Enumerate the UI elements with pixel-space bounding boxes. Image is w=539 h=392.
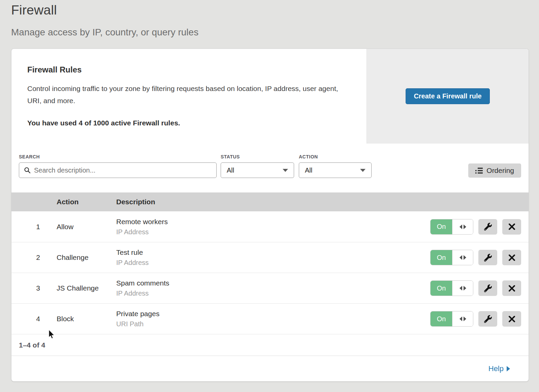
triangle-left-icon: [459, 316, 462, 321]
card-header-text: Firewall Rules Control incoming traffic …: [11, 49, 367, 144]
chevron-down-icon: [283, 169, 288, 172]
wrench-icon: [484, 254, 492, 262]
rule-enabled-toggle[interactable]: On: [430, 311, 473, 327]
toggle-handle[interactable]: [452, 311, 473, 326]
column-description: Description: [116, 198, 521, 206]
rule-action: Challenge: [57, 253, 116, 262]
arrow-right-icon: [507, 366, 510, 371]
list-ordering-icon: [475, 168, 483, 174]
rule-priority: 3: [11, 284, 57, 292]
rule-priority: 1: [11, 223, 57, 231]
create-firewall-rule-button[interactable]: Create a Firewall rule: [406, 88, 489, 104]
wrench-icon: [484, 315, 492, 323]
card-description: Control incoming traffic to your zone by…: [27, 83, 346, 107]
action-selected-value: All: [305, 167, 312, 174]
edit-rule-button[interactable]: [478, 250, 497, 265]
status-selected-value: All: [227, 167, 234, 174]
firewall-rules-card: Firewall Rules Control incoming traffic …: [11, 49, 529, 382]
delete-rule-button[interactable]: [502, 250, 521, 265]
filters-bar: SEARCH STATUS All ACTION: [11, 144, 529, 192]
toggle-state-label[interactable]: On: [431, 311, 452, 326]
search-box[interactable]: [19, 162, 217, 178]
toggle-handle[interactable]: [452, 219, 473, 234]
chevron-down-icon: [360, 169, 366, 172]
rule-description: Spam comments: [116, 279, 430, 287]
rule-enabled-toggle[interactable]: On: [430, 219, 473, 235]
page-subtitle: Manage access by IP, country, or query r…: [11, 27, 198, 38]
help-link-label: Help: [488, 364, 504, 373]
pagination: 1–4 of 4: [11, 334, 529, 356]
rule-enabled-toggle[interactable]: On: [430, 250, 473, 265]
toggle-state-label[interactable]: On: [431, 281, 452, 296]
triangle-right-icon: [464, 255, 466, 260]
ordering-button-label: Ordering: [486, 167, 514, 175]
triangle-right-icon: [464, 286, 466, 291]
rule-controls: On: [430, 250, 529, 265]
rule-priority: 2: [11, 253, 57, 262]
action-label: ACTION: [299, 154, 372, 159]
rule-enabled-toggle[interactable]: On: [430, 280, 473, 296]
rule-controls: On: [430, 219, 529, 235]
usage-summary: You have used 4 of 1000 active Firewall …: [27, 119, 346, 127]
card-header: Firewall Rules Control incoming traffic …: [11, 49, 529, 144]
card-footer: Help: [11, 356, 529, 381]
rule-description: Remote workers: [116, 218, 430, 226]
delete-rule-button[interactable]: [502, 311, 521, 327]
column-action: Action: [57, 198, 116, 206]
rule-description-cell: Private pages URI Path: [116, 310, 430, 328]
status-select[interactable]: All: [221, 162, 294, 178]
rule-action: Allow: [57, 223, 116, 231]
action-filter: ACTION All: [299, 154, 372, 178]
search-input[interactable]: [34, 167, 212, 174]
edit-rule-button[interactable]: [478, 311, 497, 327]
card-header-action-panel: Create a Firewall rule: [367, 49, 529, 144]
search-label: SEARCH: [19, 154, 217, 159]
table-row: 1 Allow Remote workers IP Address On: [11, 211, 529, 242]
rule-description-cell: Remote workers IP Address: [116, 218, 430, 236]
toggle-state-label[interactable]: On: [431, 219, 452, 234]
edit-rule-button[interactable]: [478, 219, 497, 235]
rule-action: Block: [57, 315, 116, 323]
table-row: 2 Challenge Test rule IP Address On: [11, 242, 529, 273]
close-icon: [508, 315, 515, 323]
rule-priority: 4: [11, 315, 57, 323]
delete-rule-button[interactable]: [502, 219, 521, 235]
firewall-page: Firewall Manage access by IP, country, o…: [0, 0, 539, 392]
close-icon: [508, 223, 515, 230]
ordering-button[interactable]: Ordering: [468, 163, 521, 178]
search-filter: SEARCH: [19, 154, 217, 178]
status-label: STATUS: [221, 154, 294, 159]
search-icon: [24, 167, 31, 174]
rule-description-cell: Spam comments IP Address: [116, 279, 430, 297]
close-icon: [508, 285, 515, 292]
rule-action: JS Challenge: [57, 284, 116, 292]
table-row: 3 JS Challenge Spam comments IP Address …: [11, 273, 529, 303]
table-header: Action Description: [11, 192, 529, 211]
toggle-handle[interactable]: [452, 281, 473, 296]
triangle-left-icon: [459, 255, 462, 260]
page-title: Firewall: [11, 3, 57, 18]
triangle-left-icon: [459, 224, 462, 229]
card-heading: Firewall Rules: [27, 65, 346, 74]
rule-controls: On: [430, 311, 529, 327]
toggle-state-label[interactable]: On: [431, 250, 452, 265]
rule-match-type: IP Address: [116, 290, 430, 297]
status-filter: STATUS All: [221, 154, 294, 178]
triangle-left-icon: [459, 286, 462, 291]
toggle-handle[interactable]: [452, 250, 473, 265]
rule-description: Test rule: [116, 248, 430, 257]
table-row: 4 Block Private pages URI Path On: [11, 303, 529, 334]
triangle-right-icon: [464, 224, 466, 229]
help-link[interactable]: Help: [488, 364, 510, 373]
triangle-right-icon: [464, 316, 466, 321]
close-icon: [508, 254, 515, 261]
rule-match-type: IP Address: [116, 259, 430, 267]
edit-rule-button[interactable]: [478, 280, 497, 296]
action-select[interactable]: All: [299, 162, 372, 178]
rule-description: Private pages: [116, 310, 430, 318]
rule-controls: On: [430, 280, 529, 296]
delete-rule-button[interactable]: [502, 280, 521, 296]
rule-match-type: IP Address: [116, 228, 430, 236]
wrench-icon: [484, 223, 492, 231]
wrench-icon: [484, 284, 492, 292]
